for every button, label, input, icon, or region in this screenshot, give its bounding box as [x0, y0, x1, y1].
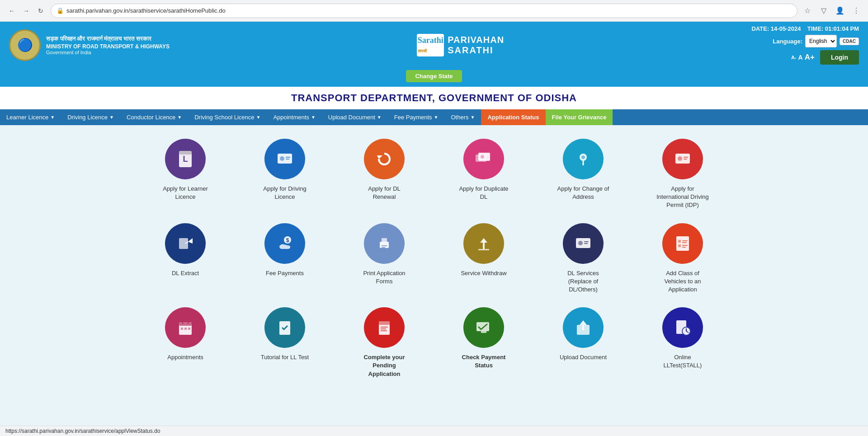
nav-upload-document[interactable]: Upload Document ▼	[322, 109, 388, 125]
login-button[interactable]: Login	[820, 50, 859, 65]
icon-label-12: Appointments	[167, 353, 203, 361]
icon-card-9[interactable]: Service Withdraw	[439, 223, 529, 294]
govt-emblem: 🔵	[9, 29, 41, 61]
svg-text:$: $	[286, 237, 289, 244]
font-increase-button[interactable]: A+	[805, 53, 815, 62]
icon-label-4: Apply for Change of Address	[556, 185, 610, 201]
font-decrease-button[interactable]: A-	[791, 55, 797, 60]
font-normal-button[interactable]: A	[798, 54, 803, 61]
back-button[interactable]: ←	[5, 5, 18, 17]
browser-chrome: ← → ↻ 🔒 sarathi.parivahan.gov.in/sarathi…	[0, 0, 868, 22]
icon-circle-2	[364, 139, 405, 179]
icon-circle-8	[364, 223, 405, 264]
header-center: Sarathiसारथी PARIVAHAN SARATHI	[417, 34, 504, 56]
svg-rect-23	[382, 247, 385, 248]
icon-card-11[interactable]: Add Class of Vehicles to an Application	[637, 223, 728, 294]
font-size-controls: A- A A+	[791, 53, 815, 62]
svg-rect-41	[184, 328, 187, 330]
icon-label-6: DL Extract	[172, 269, 199, 277]
icon-circle-13	[264, 307, 305, 348]
icon-label-9: Service Withdraw	[461, 269, 506, 277]
chevron-down-icon: ▼	[256, 115, 260, 120]
sarathi-logo: Sarathiसारथी PARIVAHAN SARATHI	[417, 34, 504, 56]
reload-button[interactable]: ↻	[34, 5, 47, 17]
nav-others[interactable]: Others ▼	[444, 109, 481, 125]
nav-file-grievance[interactable]: File Your Grievance	[546, 109, 613, 125]
dept-title: TRANSPORT DEPARTMENT, GOVERNMENT OF ODIS…	[0, 87, 868, 109]
main-content: LApply for Learner LicenceApply for Driv…	[0, 125, 868, 396]
icon-label-2: Apply for DL Renewal	[357, 185, 411, 201]
nav-driving-licence[interactable]: Driving Licence ▼	[61, 109, 120, 125]
svg-rect-27	[584, 241, 589, 242]
menu-button[interactable]: ⋮	[850, 5, 863, 17]
icon-label-17: Online LLTest(STALL)	[656, 353, 710, 370]
icon-card-14[interactable]: Complete your Pending Application	[339, 307, 429, 378]
svg-rect-34	[682, 245, 688, 246]
svg-point-10	[481, 155, 484, 159]
svg-point-12	[581, 155, 585, 159]
icon-label-0: Apply for Learner Licence	[158, 185, 212, 201]
language-row: Language: English Hindi CDAC	[773, 35, 859, 47]
svg-rect-31	[682, 240, 688, 241]
nav-conductor-licence[interactable]: Conductor Licence ▼	[120, 109, 188, 125]
icon-circle-1	[264, 139, 305, 179]
icon-card-5[interactable]: Apply for International Driving Permit (…	[637, 139, 728, 210]
svg-rect-24	[478, 249, 489, 250]
icon-card-16[interactable]: Upload Document	[538, 307, 628, 378]
svg-rect-2	[179, 151, 192, 155]
forward-button[interactable]: →	[20, 5, 33, 17]
ministry-text: सड़क परिवहन और राजमार्ग मंत्रालय भारत सर…	[46, 35, 170, 55]
extensions-button[interactable]: ▽	[817, 5, 830, 17]
svg-rect-30	[678, 240, 681, 243]
nav-fee-payments[interactable]: Fee Payments ▼	[388, 109, 445, 125]
profile-button[interactable]: 👤	[834, 5, 846, 17]
nav-application-status[interactable]: Application Status	[481, 109, 545, 125]
svg-rect-33	[678, 244, 681, 247]
icon-grid: LApply for Learner LicenceApply for Driv…	[140, 139, 728, 378]
icon-card-15[interactable]: Check Payment Status	[439, 307, 529, 378]
language-select[interactable]: English Hindi	[805, 35, 837, 47]
address-bar[interactable]: 🔒 sarathi.parivahan.gov.in/sarathiservic…	[51, 4, 797, 18]
svg-rect-29	[676, 236, 689, 251]
icon-label-10: DL Services (Replace of DL/Others)	[556, 269, 610, 294]
icon-card-10[interactable]: DL Services (Replace of DL/Others)	[538, 223, 628, 294]
icon-circle-16	[563, 307, 604, 348]
icon-card-3[interactable]: Apply for Duplicate DL	[439, 139, 529, 210]
svg-rect-46	[381, 327, 388, 328]
bookmark-button[interactable]: ☆	[801, 5, 814, 17]
chevron-down-icon: ▼	[377, 115, 382, 120]
svg-rect-40	[181, 328, 183, 330]
icon-card-1[interactable]: Apply for Driving Licence	[240, 139, 330, 210]
icon-card-12[interactable]: Appointments	[140, 307, 231, 378]
icon-card-2[interactable]: Apply for DL Renewal	[339, 139, 429, 210]
icon-circle-5	[662, 139, 703, 179]
icon-card-8[interactable]: Print Application Forms	[339, 223, 429, 294]
site-header: 🔵 सड़क परिवहन और राजमार्ग मंत्रालय भारत …	[0, 22, 868, 68]
url-text: sarathi.parivahan.gov.in/sarathiservice/…	[66, 7, 792, 14]
browser-action-buttons: ☆ ▽ 👤 ⋮	[801, 5, 863, 17]
icon-card-7[interactable]: $Fee Payments	[240, 223, 330, 294]
time-label: TIME:	[807, 25, 823, 32]
icon-circle-4	[563, 139, 604, 179]
icon-card-13[interactable]: Tutorial for LL Test	[240, 307, 330, 378]
icon-label-5: Apply for International Driving Permit (…	[656, 185, 710, 210]
chevron-down-icon: ▼	[434, 115, 439, 120]
icon-card-6[interactable]: DL Extract	[140, 223, 231, 294]
nav-learner-licence[interactable]: Learner Licence ▼	[0, 109, 61, 125]
icon-card-0[interactable]: LApply for Learner Licence	[140, 139, 231, 210]
svg-rect-6	[286, 159, 289, 159]
icon-card-17[interactable]: Online LLTest(STALL)	[637, 307, 728, 378]
svg-point-26	[578, 241, 583, 245]
chevron-down-icon: ▼	[471, 115, 475, 120]
sarathi-icon-box: Sarathiसारथी	[417, 34, 444, 56]
nav-driving-school-licence[interactable]: Driving School Licence ▼	[188, 109, 267, 125]
icon-circle-10	[563, 223, 604, 264]
icon-card-4[interactable]: Apply for Change of Address	[538, 139, 628, 210]
nav-appointments[interactable]: Appointments ▼	[267, 109, 321, 125]
svg-rect-20	[380, 242, 389, 248]
svg-rect-17	[179, 238, 188, 249]
change-state-button[interactable]: Change State	[406, 70, 462, 82]
icon-label-15: Check Payment Status	[457, 353, 511, 370]
svg-rect-42	[188, 328, 190, 330]
icon-circle-11	[662, 223, 703, 264]
